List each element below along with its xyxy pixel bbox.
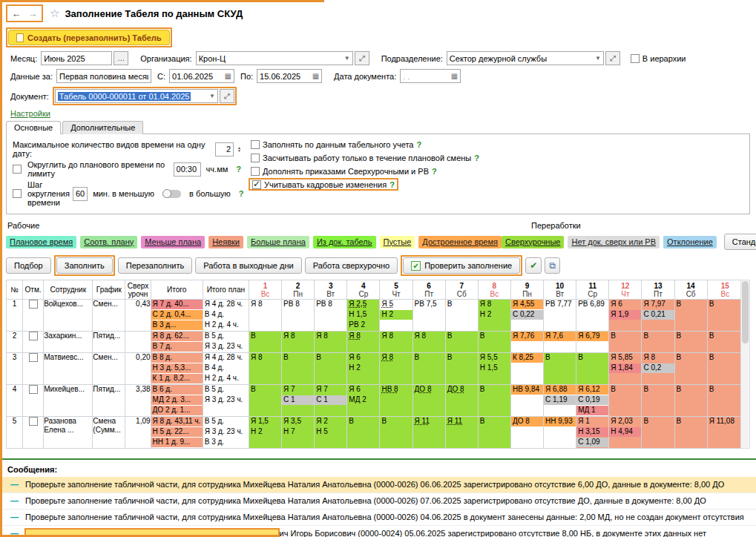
day-cell-10[interactable]: Я 7,6 xyxy=(544,332,576,353)
overtime-work-button[interactable]: Работа сверхурочно xyxy=(305,257,398,274)
row-select-checkbox[interactable] xyxy=(29,332,38,340)
column-header-2[interactable]: Отм. xyxy=(23,280,44,300)
day-cell-12[interactable]: В xyxy=(609,332,642,353)
column-header-1[interactable]: № xyxy=(7,280,23,300)
legend-less-than-plan[interactable]: Меньше плана xyxy=(141,236,205,248)
day-cell-3[interactable]: В xyxy=(315,353,347,385)
month-choose-button[interactable]: … xyxy=(114,51,128,65)
day-cell-11[interactable]: Я 1Н 3,15С 1,09 xyxy=(576,417,609,449)
day-cell-6[interactable]: Я 8 xyxy=(412,332,445,353)
date-from-input[interactable]: 01.06.2025 ▦ xyxy=(169,69,234,83)
day-cell-12[interactable]: Я 5,85Я 1,84 xyxy=(609,353,642,385)
day-cell-5[interactable]: Я 5Н 2 xyxy=(380,300,412,332)
favorite-star-icon[interactable]: ☆ xyxy=(50,7,59,20)
day-cell-1[interactable]: Я 8 xyxy=(249,353,281,385)
row-select-checkbox[interactable] xyxy=(29,300,38,309)
tab-additional[interactable]: Дополнительные xyxy=(62,121,143,134)
scrollbar-thumb[interactable] xyxy=(742,281,749,343)
employee-name[interactable]: Матвиевс... xyxy=(44,353,93,385)
rounding-direction-toggle[interactable] xyxy=(162,190,181,198)
chevron-down-icon[interactable]: ▼ xyxy=(593,55,601,62)
day-cell-9[interactable]: К 8,25 xyxy=(510,353,543,385)
legend-more-than-plan[interactable]: Больше плана xyxy=(247,236,309,248)
day-cell-13[interactable]: В xyxy=(642,385,674,417)
day-cell-1[interactable]: В xyxy=(249,385,281,417)
month-input[interactable]: Июнь 2025 xyxy=(41,51,112,65)
day-header-10[interactable]: 10Вт xyxy=(544,280,576,300)
help-icon[interactable]: ? xyxy=(389,180,395,189)
column-header-3[interactable]: Сотрудник xyxy=(44,280,93,300)
employee-name[interactable]: Михейцев... xyxy=(44,385,93,417)
message-row[interactable]: —Проверьте заполнение табличной части, д… xyxy=(0,510,756,526)
checkbox-icon[interactable] xyxy=(252,180,261,189)
day-cell-15[interactable]: В xyxy=(707,332,743,353)
day-cell-11[interactable]: Я 6,12С 0,19МД 1 xyxy=(576,385,609,417)
rounding-step-checkbox[interactable] xyxy=(13,189,22,198)
day-cell-4[interactable]: В xyxy=(347,417,380,449)
setting-checkbox-3[interactable]: Дополнять приказами Сверхурочными и РВ? xyxy=(249,165,439,177)
day-header-7[interactable]: 7Сб xyxy=(445,280,478,300)
day-header-15[interactable]: 15Вс xyxy=(707,280,743,300)
day-cell-1[interactable]: В xyxy=(249,332,281,353)
day-cell-5[interactable]: Я 8 xyxy=(380,353,412,385)
legend-planned-time[interactable]: Плановое время xyxy=(6,236,76,248)
day-cell-8[interactable]: Я 5,5Н 1,5 xyxy=(478,353,510,385)
help-icon[interactable]: ? xyxy=(474,154,479,162)
day-cell-2[interactable]: В xyxy=(282,353,315,385)
day-header-2[interactable]: 2Пн xyxy=(282,280,315,300)
day-cell-3[interactable]: Я 2Н 5 xyxy=(315,417,347,449)
document-open-button[interactable]: ⤢ xyxy=(220,89,234,103)
day-cell-2[interactable]: Я 8 xyxy=(282,332,315,353)
message-row[interactable]: —Проверьте заполнение табличной части, д… xyxy=(0,493,756,510)
tab-main[interactable]: Основные xyxy=(6,121,61,134)
day-cell-13[interactable]: В xyxy=(642,417,674,449)
day-cell-9[interactable]: Я 4,55С 0,22 xyxy=(510,300,543,332)
legend-completed-time[interactable]: Достроенное время xyxy=(418,236,502,248)
calendar-icon[interactable]: ▦ xyxy=(451,72,458,80)
day-cell-5[interactable]: В xyxy=(380,417,412,449)
chevron-down-icon[interactable]: ▼ xyxy=(207,93,215,99)
day-header-3[interactable]: 3Вт xyxy=(315,280,347,300)
day-cell-12[interactable]: В xyxy=(609,385,642,417)
day-header-11[interactable]: 11Ср xyxy=(576,280,609,300)
legend-from-timesheet-doc[interactable]: Из док. табель xyxy=(313,236,376,248)
day-cell-4[interactable]: Я 6МД 2 xyxy=(347,385,380,417)
day-cell-7[interactable]: В xyxy=(445,300,478,332)
day-header-1[interactable]: 1Вс xyxy=(249,280,281,300)
standard-colors-button[interactable]: Стандартные цвета xyxy=(724,234,756,250)
vertical-scrollbar[interactable] xyxy=(740,280,750,449)
day-header-9[interactable]: 9Пн xyxy=(510,280,543,300)
check-fill-button[interactable]: ✔Проверить заполнение xyxy=(403,257,520,274)
day-cell-3[interactable]: Я 7С 1 xyxy=(315,385,347,417)
org-input[interactable]: Крон-Ц ▼ xyxy=(196,51,353,65)
day-cell-9[interactable]: Я 7,76 xyxy=(510,332,543,353)
day-header-12[interactable]: 12Чт xyxy=(609,280,642,300)
day-header-13[interactable]: 13Пт xyxy=(642,280,674,300)
max-kinds-input[interactable]: 2 xyxy=(215,142,234,157)
dept-input[interactable]: Сектор дежурной службы ▼ xyxy=(447,51,604,65)
round-to-plan-checkbox[interactable] xyxy=(13,165,22,174)
day-cell-6[interactable]: В xyxy=(412,353,445,385)
help-icon[interactable]: ? xyxy=(432,167,437,176)
day-cell-8[interactable]: В xyxy=(478,417,510,449)
help-icon[interactable]: ? xyxy=(239,189,244,198)
day-cell-6[interactable]: Я 11 xyxy=(412,417,445,449)
copy-button[interactable]: ⧉ xyxy=(545,257,560,274)
day-cell-7[interactable]: В xyxy=(445,353,478,385)
day-cell-9[interactable]: ДО 8 xyxy=(510,417,543,449)
day-cell-8[interactable]: Я 8Н 2 xyxy=(478,300,510,332)
day-cell-11[interactable]: Я 6,79 xyxy=(576,332,609,353)
spin-down-icon[interactable]: ▼ xyxy=(237,149,241,152)
day-cell-14[interactable]: В xyxy=(674,332,707,353)
day-cell-14[interactable]: В xyxy=(674,353,707,385)
column-header-6[interactable]: Итого xyxy=(151,280,203,300)
doc-date-input[interactable]: . . ▦ xyxy=(400,69,461,83)
row-select-checkbox[interactable] xyxy=(29,385,38,394)
day-cell-7[interactable]: В xyxy=(445,332,478,353)
day-header-5[interactable]: 5Чт xyxy=(380,280,412,300)
half-month-select[interactable]: Первая половина месяца xyxy=(56,69,151,83)
day-cell-13[interactable]: Я 7,97С 0,21 xyxy=(642,300,674,332)
day-header-4[interactable]: 4Ср xyxy=(347,280,380,300)
setting-checkbox-1[interactable]: Заполнять по данным табельного учета? xyxy=(249,138,424,151)
day-cell-10[interactable]: В xyxy=(544,353,576,385)
